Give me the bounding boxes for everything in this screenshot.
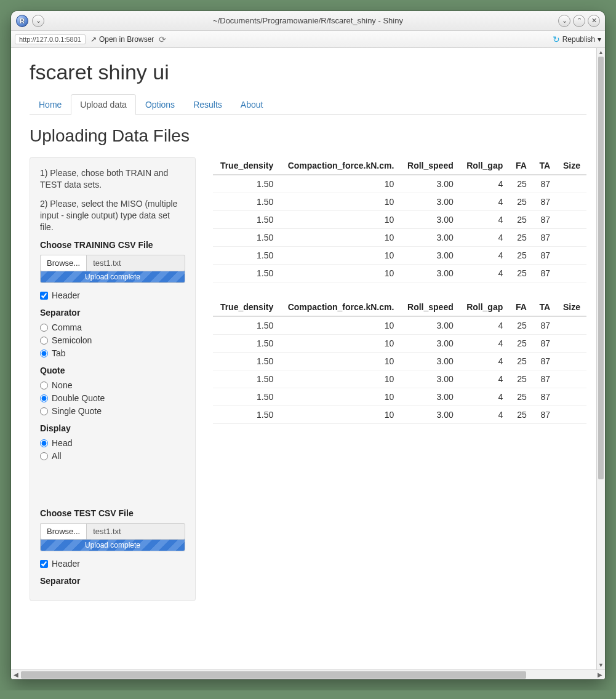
tab-results[interactable]: Results [184,94,231,115]
url-field[interactable]: http://127.0.0.1:5801 [15,34,86,44]
cell: 87 [533,335,556,353]
header-checkbox-2[interactable] [40,560,48,568]
cell: 1.50 [213,229,279,247]
display-radio-label: All [52,451,62,461]
close-button[interactable]: ✕ [588,15,600,27]
cell: 1.50 [213,175,279,193]
cell [556,388,586,406]
column-header: Roll_speed [400,298,459,316]
cell: 10 [279,265,400,282]
cell: 25 [509,316,533,335]
cell: 87 [533,211,556,229]
data-table-test: True_densityCompaction_force.kN.cm.Roll_… [213,298,586,424]
quote-radio-double-quote[interactable] [40,394,48,402]
cell: 25 [509,175,533,193]
column-header: Compaction_force.kN.cm. [279,298,400,316]
cell: 4 [460,406,510,424]
cell: 10 [279,229,400,247]
window-title: ~/Documents/Programowanie/R/fscaret_shin… [11,16,605,25]
republish-button[interactable]: ↻ Republish ▾ [553,34,601,44]
vertical-scrollbar[interactable]: ▲ ▼ [596,48,605,669]
cell: 4 [460,353,510,370]
quote-radio-label: None [52,380,72,390]
cell: 4 [460,229,510,247]
table-row: 1.50103.0042587 [213,193,586,211]
cell: 4 [460,247,510,265]
main-panel: True_densityCompaction_force.kN.cm.Roll_… [213,157,586,440]
train-file-label: Choose TRAINING CSV File [40,240,185,250]
quote-radio-label: Double Quote [52,393,105,403]
column-header: Roll_speed [400,157,459,175]
tab-upload-data[interactable]: Upload data [71,94,136,115]
minimize-button[interactable]: ⌄ [558,15,570,27]
progress-bar: Upload complete [41,539,185,551]
cell: 10 [279,193,400,211]
cell: 3.00 [400,370,459,388]
separator-radio-label: Semicolon [52,335,92,345]
cell: 1.50 [213,265,279,282]
cell [556,316,586,335]
scroll-down-icon[interactable]: ▼ [597,661,605,669]
scroll-left-icon[interactable]: ◀ [11,670,21,679]
browse-button[interactable]: Browse... [40,255,86,271]
train-file-name: test1.txt [86,255,185,271]
maximize-button[interactable]: ⌃ [573,15,585,27]
cell: 3.00 [400,353,459,370]
table-row: 1.50103.0042587 [213,353,586,370]
cell: 1.50 [213,211,279,229]
titlebar-menu-button[interactable]: ⌄ [32,15,44,27]
separator-radio-tab[interactable] [40,350,48,357]
header-checkbox[interactable] [40,292,48,300]
scroll-up-icon[interactable]: ▲ [597,48,605,57]
refresh-icon[interactable]: ⟳ [159,34,166,44]
display-radio-head[interactable] [40,439,48,447]
separator-radio-semicolon[interactable] [40,337,48,345]
open-in-browser-button[interactable]: ↗ Open in Browser [90,35,154,44]
header-checkbox-2-label: Header [52,559,80,569]
cell: 25 [509,211,533,229]
sync-icon: ↻ [553,34,560,44]
scroll-right-icon[interactable]: ▶ [595,670,605,679]
table-row: 1.50103.0042587 [213,175,586,193]
quote-radio-none[interactable] [40,381,48,389]
titlebar: R ⌄ ~/Documents/Programowanie/R/fscaret_… [11,11,605,31]
train-file-input: Browse... test1.txt [40,255,185,271]
cell [556,335,586,353]
dropdown-caret-icon: ▾ [598,35,601,44]
cell: 4 [460,370,510,388]
cell: 25 [509,370,533,388]
table-row: 1.50103.0042587 [213,316,586,335]
cell: 1.50 [213,247,279,265]
tab-about[interactable]: About [231,94,273,115]
scroll-thumb[interactable] [598,57,604,479]
sidebar-note: 2) Please, select the MISO (multiple inp… [40,198,185,233]
header-checkbox-label: Header [52,290,80,300]
tab-options[interactable]: Options [136,94,184,115]
cell: 1.50 [213,193,279,211]
table-row: 1.50103.0042587 [213,335,586,353]
test-file-name: test1.txt [86,523,185,540]
cell [556,175,586,193]
cell [556,265,586,282]
display-radio-label: Head [52,438,72,448]
separator-radio-comma[interactable] [40,324,48,332]
horizontal-scrollbar[interactable]: ◀ ▶ [11,669,605,679]
browse-button[interactable]: Browse... [40,523,86,540]
toolbar: http://127.0.0.1:5801 ↗ Open in Browser … [11,31,605,48]
cell [556,353,586,370]
cell: 25 [509,335,533,353]
scroll-thumb-h[interactable] [21,671,526,679]
quote-radio-single-quote[interactable] [40,407,48,415]
cell: 3.00 [400,265,459,282]
display-radio-all[interactable] [40,452,48,460]
cell: 4 [460,316,510,335]
column-header: True_density [213,157,279,175]
cell: 10 [279,353,400,370]
cell [556,247,586,265]
tab-home[interactable]: Home [30,94,71,115]
cell: 3.00 [400,175,459,193]
train-upload-progress: Upload complete [40,271,185,283]
app-window: R ⌄ ~/Documents/Programowanie/R/fscaret_… [11,11,605,679]
cell: 87 [533,406,556,424]
cell: 1.50 [213,388,279,406]
